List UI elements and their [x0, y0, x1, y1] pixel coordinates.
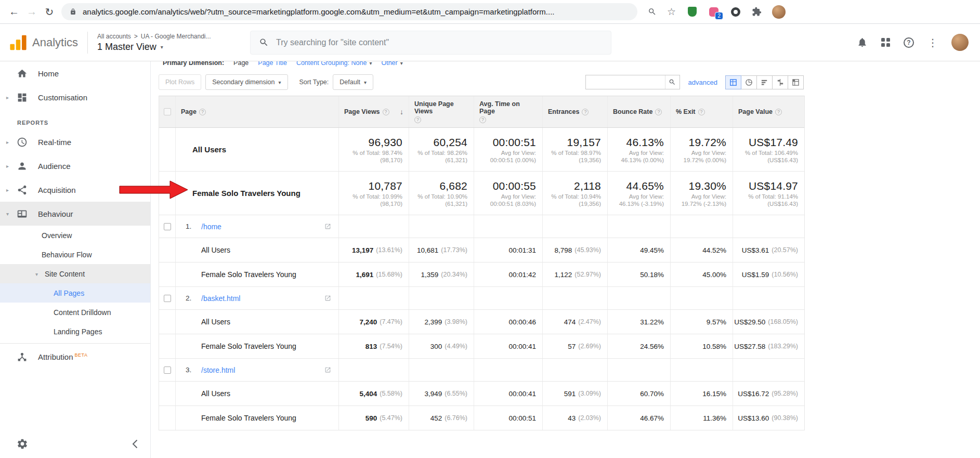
table-search-box[interactable]	[585, 75, 680, 89]
collapse-down-icon[interactable]: ▾	[35, 271, 38, 277]
apps-grid-icon[interactable]	[881, 38, 890, 47]
sidebar-item-behaviour[interactable]: ▾ Behaviour	[0, 202, 150, 226]
segment-metric-cell: US$27.58(183.29%)	[733, 334, 804, 358]
row-checkbox[interactable]	[164, 223, 171, 230]
page-cell: 3./store.html	[175, 359, 338, 381]
sort-type-button[interactable]: Default ▾	[333, 74, 373, 90]
expand-right-icon[interactable]: ▸	[6, 163, 9, 169]
overflow-menu-icon[interactable]: ⋮	[927, 36, 938, 49]
sidebar-item-site-content[interactable]: ▾ Site Content	[0, 264, 150, 283]
help-icon[interactable]: ?	[904, 37, 914, 48]
percentage-view-button[interactable]	[741, 75, 757, 89]
column-header-bounce-rate[interactable]: Bounce Rate?	[607, 96, 670, 127]
column-header-unique-page-views[interactable]: Unique Page Views?	[409, 96, 474, 127]
column-header-page[interactable]: Page?	[175, 96, 338, 127]
sidebar-item-acquisition[interactable]: ▸ Acquisition	[0, 178, 150, 202]
url-text[interactable]: analytics.google.com/analytics/web/?utm_…	[83, 7, 629, 16]
summary-subtext: (US$16.43)	[767, 200, 798, 207]
segment-row: Female Solo Travelers Young813(7.54%)300…	[159, 334, 804, 359]
global-search-input[interactable]	[276, 38, 603, 47]
breadcrumb-all-accounts[interactable]: All accounts	[97, 33, 131, 40]
dark-circle-extension-icon[interactable]	[730, 6, 741, 18]
zoom-icon[interactable]	[648, 7, 657, 16]
open-page-icon[interactable]	[324, 367, 331, 373]
table-search-input[interactable]	[586, 75, 665, 89]
help-icon[interactable]: ?	[479, 116, 486, 123]
expand-right-icon[interactable]: ▸	[6, 95, 9, 100]
row-checkbox[interactable]	[164, 367, 171, 374]
select-all-checkbox[interactable]	[164, 108, 171, 115]
primary-dimension-page-title[interactable]: Page Title	[258, 61, 287, 67]
column-header-percent-exit[interactable]: % Exit?	[670, 96, 733, 127]
address-bar[interactable]: analytics.google.com/analytics/web/?utm_…	[61, 3, 637, 20]
help-icon[interactable]: ?	[698, 109, 705, 115]
help-icon[interactable]: ?	[655, 109, 662, 115]
column-header-page-views[interactable]: Page Views?↓	[338, 96, 409, 127]
collapse-sidebar-icon[interactable]	[132, 439, 138, 449]
sidebar-item-landing-pages[interactable]: Landing Pages	[0, 322, 150, 341]
sort-desc-icon[interactable]: ↓	[400, 108, 403, 116]
extensions-puzzle-icon[interactable]	[752, 7, 762, 17]
open-page-icon[interactable]	[324, 295, 331, 302]
data-view-button[interactable]	[725, 75, 741, 89]
reload-button[interactable]: ↻	[41, 3, 58, 21]
view-selector[interactable]: 1 Master View ▾	[97, 42, 243, 53]
forward-button[interactable]: →	[23, 3, 41, 21]
bookmark-star-icon[interactable]: ☆	[667, 6, 676, 18]
account-avatar[interactable]	[951, 34, 969, 51]
sidebar-item-realtime[interactable]: ▸ Real-time	[0, 130, 150, 154]
segment-label-cell: Female Solo Travelers Young	[175, 406, 338, 430]
pink-extension-icon[interactable]: 2	[708, 6, 720, 18]
page-link[interactable]: /store.html	[201, 366, 235, 374]
advanced-filter-link[interactable]: advanced	[688, 78, 717, 86]
page-link[interactable]: /home	[201, 223, 221, 231]
sidebar-item-content-drilldown[interactable]: Content Drilldown	[0, 303, 150, 322]
primary-dimension-other[interactable]: Other▾	[381, 61, 402, 67]
settings-gear-icon[interactable]	[17, 438, 28, 450]
performance-view-button[interactable]	[756, 75, 773, 89]
browser-profile-avatar[interactable]	[772, 5, 786, 19]
expand-right-icon[interactable]: ▸	[6, 187, 9, 193]
customisation-icon	[17, 92, 28, 103]
page-link[interactable]: /basket.html	[201, 294, 240, 303]
sidebar-item-attribution[interactable]: AttributionBETA	[0, 345, 150, 369]
primary-dimension-content-grouping[interactable]: Content Grouping: None▾	[296, 61, 372, 67]
secondary-dimension-button[interactable]: Secondary dimension ▾	[205, 74, 288, 90]
sidebar-item-overview[interactable]: Overview	[0, 226, 150, 245]
sidebar-item-home[interactable]: Home	[0, 61, 150, 85]
table-search-icon[interactable]	[665, 75, 680, 89]
segment-label: All Users	[201, 318, 230, 326]
metric-percent: (7.54%)	[380, 343, 402, 350]
plot-rows-button[interactable]: Plot Rows	[159, 74, 201, 90]
column-header-avg-time-on-page[interactable]: Avg. Time on Page?	[474, 96, 542, 127]
global-search-bar[interactable]	[250, 31, 611, 55]
metric-value: US$3.61	[742, 246, 769, 254]
pivot-view-button[interactable]	[788, 75, 804, 89]
sidebar-item-all-pages[interactable]: All Pages	[0, 283, 150, 303]
primary-dimension-page[interactable]: Page	[233, 61, 249, 67]
notifications-bell-icon[interactable]	[857, 37, 868, 48]
privacy-extension-icon[interactable]	[686, 6, 698, 18]
back-button[interactable]: ←	[5, 3, 23, 21]
sidebar-item-audience[interactable]: ▸ Audience	[0, 154, 150, 178]
sidebar-item-behaviour-flow[interactable]: Behaviour Flow	[0, 245, 150, 264]
breadcrumb-property[interactable]: UA - Google Merchandi...	[141, 33, 211, 40]
logo-bars-icon	[9, 34, 27, 51]
column-header-entrances[interactable]: Entrances?	[542, 96, 607, 127]
analytics-logo[interactable]: Analytics	[9, 34, 78, 51]
comparison-view-button[interactable]	[772, 75, 788, 89]
help-icon[interactable]: ?	[775, 109, 782, 115]
open-page-icon[interactable]	[324, 223, 331, 230]
help-icon[interactable]: ?	[383, 109, 389, 115]
row-checkbox[interactable]	[164, 295, 171, 302]
column-header-page-value[interactable]: Page Value?	[733, 96, 804, 127]
help-icon[interactable]: ?	[414, 116, 421, 123]
reports-section-label: REPORTS	[0, 109, 150, 130]
empty-metric-cell	[542, 215, 607, 238]
sidebar-item-customisation[interactable]: ▸ Customisation	[0, 85, 150, 109]
expand-right-icon[interactable]: ▸	[6, 139, 9, 145]
collapse-down-icon[interactable]: ▾	[6, 211, 9, 217]
help-icon[interactable]: ?	[582, 109, 589, 115]
help-icon[interactable]: ?	[199, 109, 206, 115]
table-body: All Users96,930% of Total: 98.74%(98,170…	[159, 128, 804, 430]
